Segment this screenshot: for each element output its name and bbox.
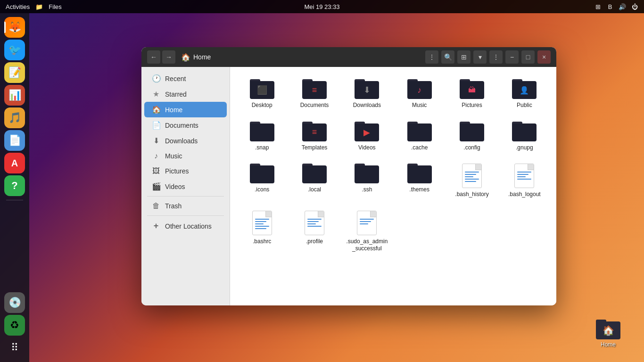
sidebar-item-downloads[interactable]: ⬇ Downloads [144, 133, 227, 148]
file-item-documents[interactable]: ≡ Documents [290, 74, 339, 113]
sidebar-item-trash[interactable]: 🗑 Trash [144, 198, 227, 214]
file-item-icons[interactable]: .icons [238, 159, 286, 202]
topbar: Activities 📁 Files Mei 19 23:33 ⊞ B 🔊 ⏻ [0, 0, 644, 13]
file-item-downloads[interactable]: ⬇ Downloads [343, 74, 391, 113]
file-item-pictures[interactable]: 🏔 Pictures [447, 74, 496, 113]
app-name: Files [49, 3, 61, 10]
file-item-templates[interactable]: ≡ Templates [290, 117, 339, 156]
file-grid: ⬛ Desktop ≡ Documents [238, 74, 549, 256]
videos-icon: 🎬 [152, 182, 160, 191]
file-item-music[interactable]: ♪ Music [395, 74, 444, 113]
maximize-button[interactable]: □ [521, 50, 535, 64]
sidebar-item-documents[interactable]: 📄 Documents [144, 117, 227, 133]
recent-icon: 🕐 [152, 74, 160, 83]
main-content: ⬛ Desktop ≡ Documents [230, 67, 556, 305]
titlebar-nav: ← → [147, 50, 175, 64]
search-button[interactable]: 🔍 [441, 50, 454, 64]
back-button[interactable]: ← [147, 50, 160, 64]
topbar-datetime: Mei 19 23:33 [304, 3, 339, 10]
file-item-snap[interactable]: .snap [238, 117, 286, 156]
sidebar-item-starred[interactable]: ★ Starred [144, 86, 227, 102]
file-item-local[interactable]: .local [290, 159, 339, 202]
taskbar-firefox[interactable]: 🦊 [4, 17, 25, 38]
file-item-profile[interactable]: .profile [290, 206, 339, 256]
window-body: 🕐 Recent ★ Starred 🏠 Home 📄 Documents ⬇ … [141, 67, 556, 305]
home-nav-icon: 🏠 [152, 105, 160, 114]
taskbar-divider [6, 200, 23, 200]
close-button[interactable]: × [537, 50, 551, 64]
activities-button[interactable]: Activities [6, 3, 30, 10]
titlebar-title: 🏠 Home [179, 53, 421, 62]
file-item-bash-history[interactable]: .bash_history [447, 159, 496, 202]
view-toggle-button[interactable]: ⊞ [457, 50, 471, 64]
file-item-bash-logout[interactable]: .bash_logout [500, 159, 549, 202]
taskbar-grid[interactable]: ⠿ [4, 337, 25, 358]
files-icon: 📁 [35, 3, 43, 10]
file-item-videos[interactable]: ▶ Videos [343, 117, 391, 156]
bluetooth-icon[interactable]: B [606, 3, 614, 10]
file-item-sudo-admin[interactable]: .sudo_as_admin_successful [343, 206, 391, 256]
titlebar: ← → 🏠 Home ⋮ 🔍 ⊞ ▾ ⋮ − □ × [141, 47, 556, 67]
sidebar-item-videos[interactable]: 🎬 Videos [144, 179, 227, 194]
home-icon: 🏠 [181, 53, 190, 62]
file-item-gnupg[interactable]: .gnupg [500, 117, 549, 156]
taskbar-disk[interactable]: 💿 [4, 292, 25, 313]
file-item-bashrc[interactable]: .bashrc [238, 206, 286, 256]
file-item-themes[interactable]: .themes [395, 159, 444, 202]
menu-button[interactable]: ⋮ [425, 50, 438, 64]
sound-icon[interactable]: 🔊 [619, 3, 626, 10]
sidebar-item-home[interactable]: 🏠 Home [144, 102, 227, 117]
sidebar-item-music[interactable]: ♪ Music [144, 148, 227, 164]
network-icon[interactable]: ⊞ [594, 3, 602, 10]
taskbar-twitter[interactable]: 🐦 [4, 40, 25, 60]
taskbar-writer[interactable]: 📄 [4, 130, 25, 151]
taskbar-sticky[interactable]: 📝 [4, 62, 25, 83]
sidebar-item-recent[interactable]: 🕐 Recent [144, 71, 227, 86]
taskbar: 🦊 🐦 📝 📊 🎵 📄 A ? 💿 ♻ ⠿ [0, 13, 29, 362]
titlebar-controls: ⋮ 🔍 ⊞ ▾ ⋮ − □ × [425, 50, 551, 64]
topbar-right: ⊞ B 🔊 ⏻ [594, 3, 638, 10]
more-button[interactable]: ⋮ [489, 50, 503, 64]
sidebar-divider [147, 196, 224, 197]
power-icon[interactable]: ⏻ [631, 3, 638, 10]
taskbar-appstore[interactable]: A [4, 153, 25, 173]
file-item-ssh[interactable]: .ssh [343, 159, 391, 202]
taskbar-rhythm[interactable]: 🎵 [4, 107, 25, 128]
sidebar-item-other-locations[interactable]: + Other Locations [144, 218, 227, 234]
taskbar-impress[interactable]: 📊 [4, 85, 25, 106]
taskbar-recycle[interactable]: ♻ [4, 315, 25, 336]
desktop-corner-icon[interactable]: 🏠 Home [596, 320, 620, 348]
documents-icon: 📄 [152, 121, 160, 130]
files-window: ← → 🏠 Home ⋮ 🔍 ⊞ ▾ ⋮ − □ × 🕐 Recent ★ [141, 47, 556, 305]
taskbar-bottom: 💿 ♻ ⠿ [4, 292, 25, 358]
forward-button[interactable]: → [162, 50, 175, 64]
file-item-config[interactable]: .config [447, 117, 496, 156]
minimize-button[interactable]: − [505, 50, 519, 64]
file-item-cache[interactable]: .cache [395, 117, 444, 156]
starred-icon: ★ [152, 90, 160, 99]
sidebar-item-pictures[interactable]: 🖼 Pictures [144, 164, 227, 179]
pictures-icon: 🖼 [152, 167, 160, 175]
topbar-left: Activities 📁 Files [6, 3, 62, 10]
file-item-desktop[interactable]: ⬛ Desktop [238, 74, 286, 113]
other-locations-icon: + [152, 221, 160, 231]
taskbar-help[interactable]: ? [4, 175, 25, 196]
sidebar: 🕐 Recent ★ Starred 🏠 Home 📄 Documents ⬇ … [141, 67, 230, 305]
sidebar-divider-2 [147, 215, 224, 216]
file-item-public[interactable]: 👤 Public [500, 74, 549, 113]
view-dropdown-button[interactable]: ▾ [473, 50, 487, 64]
music-icon: ♪ [152, 152, 160, 160]
trash-icon: 🗑 [152, 202, 160, 210]
downloads-icon: ⬇ [152, 136, 160, 145]
